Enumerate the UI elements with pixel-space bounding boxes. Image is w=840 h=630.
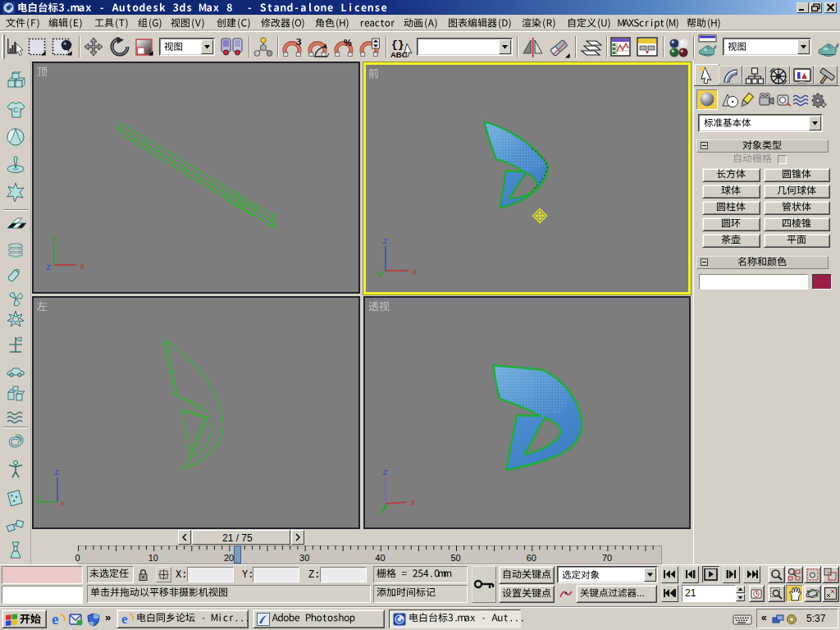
svg-text:70: 70 [602,553,612,563]
svg-text:20: 20 [224,553,234,563]
svg-text:y: y [377,269,381,278]
svg-text:C: C [13,106,19,114]
svg-text:x: x [80,262,85,272]
svg-text:x: x [410,498,416,508]
svg-text:z: z [382,236,388,246]
svg-text:z: z [46,262,52,272]
svg-text:40: 40 [375,553,385,563]
svg-text:0: 0 [75,553,80,563]
svg-text:y: y [36,494,41,503]
svg-text:z: z [54,468,60,477]
svg-text:z: z [382,468,388,477]
svg-text:60: 60 [527,553,536,563]
svg-text:e: e [52,612,58,627]
svg-text:10: 10 [148,553,158,563]
svg-text:{}: {} [391,39,404,51]
svg-text:3: 3 [296,37,302,48]
svg-text:x: x [412,267,418,277]
svg-text:%: % [344,38,352,48]
svg-text:y: y [51,233,57,243]
svg-text:50: 50 [451,553,461,563]
svg-text:y: y [379,508,384,515]
svg-text:e: e [121,612,128,626]
svg-text:x: x [60,499,66,509]
svg-text:30: 30 [299,553,309,563]
